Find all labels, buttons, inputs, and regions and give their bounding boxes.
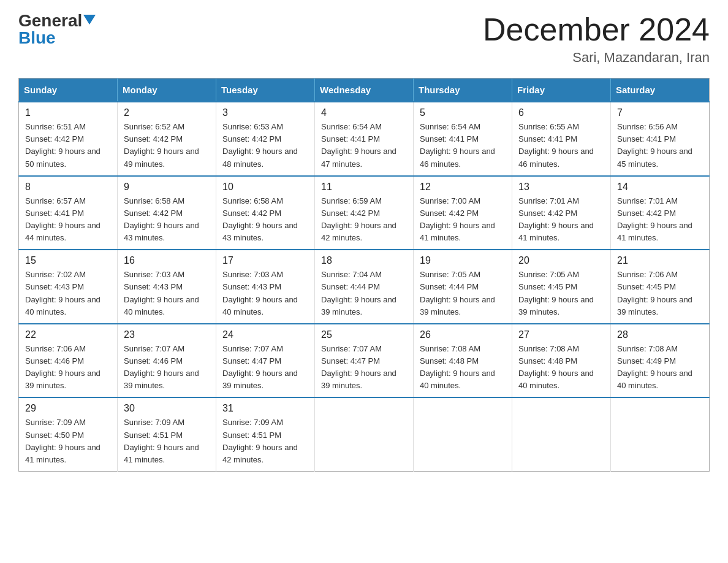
day-number: 1 [25,107,111,118]
calendar-day-cell: 17Sunrise: 7:03 AMSunset: 4:43 PMDayligh… [216,250,315,324]
day-info: Sunrise: 6:53 AMSunset: 4:42 PMDaylight:… [222,121,308,170]
logo-general-text: General [18,12,82,29]
calendar-day-cell: 8Sunrise: 6:57 AMSunset: 4:41 PMDaylight… [19,176,118,250]
day-number: 2 [124,107,210,118]
calendar-week-row: 22Sunrise: 7:06 AMSunset: 4:46 PMDayligh… [19,324,710,398]
calendar-day-cell: 20Sunrise: 7:05 AMSunset: 4:45 PMDayligh… [512,250,611,324]
day-number: 31 [222,403,308,414]
day-info: Sunrise: 7:00 AMSunset: 4:42 PMDaylight:… [420,195,506,245]
day-number: 14 [617,182,703,193]
day-number: 3 [222,107,308,118]
day-number: 27 [518,329,604,340]
calendar-day-cell [315,397,414,471]
day-info: Sunrise: 7:06 AMSunset: 4:45 PMDaylight:… [617,269,703,318]
day-number: 10 [222,182,308,193]
day-info: Sunrise: 7:05 AMSunset: 4:44 PMDaylight:… [420,269,506,318]
logo: General Blue [18,12,96,47]
calendar-week-row: 8Sunrise: 6:57 AMSunset: 4:41 PMDaylight… [19,176,710,250]
day-info: Sunrise: 6:54 AMSunset: 4:41 PMDaylight:… [420,121,506,170]
calendar-day-cell: 15Sunrise: 7:02 AMSunset: 4:43 PMDayligh… [19,250,118,324]
calendar-day-cell: 31Sunrise: 7:09 AMSunset: 4:51 PMDayligh… [216,397,315,471]
day-info: Sunrise: 7:09 AMSunset: 4:51 PMDaylight:… [124,416,210,466]
day-number: 4 [321,107,407,118]
day-info: Sunrise: 7:05 AMSunset: 4:45 PMDaylight:… [518,269,604,318]
day-of-week-header: Saturday [611,79,710,102]
month-title: December 2024 [483,12,710,47]
calendar-header-row: SundayMondayTuesdayWednesdayThursdayFrid… [19,79,710,102]
day-number: 28 [617,329,703,340]
calendar-table: SundayMondayTuesdayWednesdayThursdayFrid… [18,78,710,472]
day-number: 29 [25,403,111,414]
logo-triangle-icon [83,15,96,25]
calendar-day-cell: 4Sunrise: 6:54 AMSunset: 4:41 PMDaylight… [315,102,414,176]
day-info: Sunrise: 6:57 AMSunset: 4:41 PMDaylight:… [25,195,111,245]
calendar-week-row: 1Sunrise: 6:51 AMSunset: 4:42 PMDaylight… [19,102,710,176]
day-of-week-header: Tuesday [216,79,315,102]
title-block: December 2024 Sari, Mazandaran, Iran [483,12,710,66]
day-info: Sunrise: 7:09 AMSunset: 4:51 PMDaylight:… [222,416,308,466]
day-info: Sunrise: 7:07 AMSunset: 4:46 PMDaylight:… [124,343,210,393]
day-number: 30 [124,403,210,414]
day-number: 15 [25,255,111,266]
day-info: Sunrise: 6:59 AMSunset: 4:42 PMDaylight:… [321,195,407,245]
calendar-day-cell: 28Sunrise: 7:08 AMSunset: 4:49 PMDayligh… [611,324,710,398]
calendar-day-cell: 12Sunrise: 7:00 AMSunset: 4:42 PMDayligh… [414,176,512,250]
day-info: Sunrise: 7:08 AMSunset: 4:48 PMDaylight:… [518,343,604,393]
day-number: 23 [124,329,210,340]
calendar-day-cell: 14Sunrise: 7:01 AMSunset: 4:42 PMDayligh… [611,176,710,250]
day-info: Sunrise: 7:09 AMSunset: 4:50 PMDaylight:… [25,416,111,466]
day-number: 19 [420,255,506,266]
calendar-day-cell: 30Sunrise: 7:09 AMSunset: 4:51 PMDayligh… [118,397,216,471]
day-number: 17 [222,255,308,266]
calendar-day-cell: 2Sunrise: 6:52 AMSunset: 4:42 PMDaylight… [118,102,216,176]
day-of-week-header: Thursday [414,79,512,102]
day-info: Sunrise: 7:01 AMSunset: 4:42 PMDaylight:… [617,195,703,245]
day-info: Sunrise: 6:56 AMSunset: 4:41 PMDaylight:… [617,121,703,170]
day-number: 5 [420,107,506,118]
day-number: 13 [518,182,604,193]
day-of-week-header: Friday [512,79,611,102]
day-info: Sunrise: 6:58 AMSunset: 4:42 PMDaylight:… [222,195,308,245]
day-number: 12 [420,182,506,193]
day-info: Sunrise: 7:02 AMSunset: 4:43 PMDaylight:… [25,269,111,318]
day-info: Sunrise: 7:06 AMSunset: 4:46 PMDaylight:… [25,343,111,393]
calendar-day-cell: 19Sunrise: 7:05 AMSunset: 4:44 PMDayligh… [414,250,512,324]
calendar-day-cell: 26Sunrise: 7:08 AMSunset: 4:48 PMDayligh… [414,324,512,398]
day-number: 25 [321,329,407,340]
day-number: 8 [25,182,111,193]
day-info: Sunrise: 7:03 AMSunset: 4:43 PMDaylight:… [222,269,308,318]
day-number: 21 [617,255,703,266]
calendar-day-cell: 25Sunrise: 7:07 AMSunset: 4:47 PMDayligh… [315,324,414,398]
calendar-day-cell [512,397,611,471]
calendar-day-cell: 11Sunrise: 6:59 AMSunset: 4:42 PMDayligh… [315,176,414,250]
calendar-day-cell: 23Sunrise: 7:07 AMSunset: 4:46 PMDayligh… [118,324,216,398]
calendar-day-cell: 7Sunrise: 6:56 AMSunset: 4:41 PMDaylight… [611,102,710,176]
day-info: Sunrise: 6:52 AMSunset: 4:42 PMDaylight:… [124,121,210,170]
day-info: Sunrise: 7:08 AMSunset: 4:49 PMDaylight:… [617,343,703,393]
day-info: Sunrise: 6:55 AMSunset: 4:41 PMDaylight:… [518,121,604,170]
calendar-day-cell: 3Sunrise: 6:53 AMSunset: 4:42 PMDaylight… [216,102,315,176]
day-info: Sunrise: 6:54 AMSunset: 4:41 PMDaylight:… [321,121,407,170]
day-number: 22 [25,329,111,340]
day-number: 6 [518,107,604,118]
calendar-day-cell: 6Sunrise: 6:55 AMSunset: 4:41 PMDaylight… [512,102,611,176]
day-of-week-header: Sunday [19,79,118,102]
calendar-day-cell: 29Sunrise: 7:09 AMSunset: 4:50 PMDayligh… [19,397,118,471]
day-info: Sunrise: 7:07 AMSunset: 4:47 PMDaylight:… [321,343,407,393]
day-number: 26 [420,329,506,340]
calendar-week-row: 15Sunrise: 7:02 AMSunset: 4:43 PMDayligh… [19,250,710,324]
calendar-day-cell [414,397,512,471]
day-info: Sunrise: 7:07 AMSunset: 4:47 PMDaylight:… [222,343,308,393]
calendar-day-cell: 13Sunrise: 7:01 AMSunset: 4:42 PMDayligh… [512,176,611,250]
logo-blue-text: Blue [18,29,56,47]
day-number: 11 [321,182,407,193]
day-info: Sunrise: 7:01 AMSunset: 4:42 PMDaylight:… [518,195,604,245]
day-number: 9 [124,182,210,193]
page-header: General Blue December 2024 Sari, Mazanda… [18,12,710,66]
calendar-day-cell [611,397,710,471]
day-number: 16 [124,255,210,266]
calendar-week-row: 29Sunrise: 7:09 AMSunset: 4:50 PMDayligh… [19,397,710,471]
day-number: 7 [617,107,703,118]
calendar-day-cell: 24Sunrise: 7:07 AMSunset: 4:47 PMDayligh… [216,324,315,398]
day-info: Sunrise: 7:03 AMSunset: 4:43 PMDaylight:… [124,269,210,318]
